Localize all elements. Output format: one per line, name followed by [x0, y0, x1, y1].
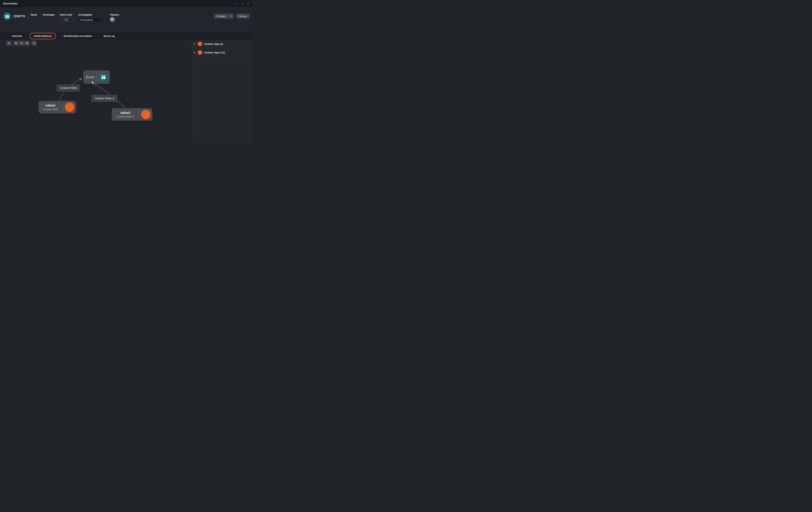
artifact-role: Custom Role: [43, 108, 58, 111]
refresh-icon: [7, 42, 10, 44]
node-divider: [97, 73, 97, 81]
window-icon: [33, 42, 35, 44]
tab-bar: Overview Artifact Behavior Event/Inciden…: [0, 32, 253, 40]
titlebar: Event Details – □ ×: [0, 0, 253, 7]
zoom-fit-button[interactable]: [24, 41, 30, 46]
artifact-node-text: value2 Custom Role 2: [112, 111, 139, 118]
chevron-down-icon: ▼: [230, 15, 232, 17]
artifact-type-icon: [65, 102, 74, 112]
calendar-alert-icon: [101, 75, 106, 80]
artifact-node-text: value1 Custom Role: [38, 103, 63, 111]
event-type-icon: [3, 12, 11, 20]
zoom-out-button[interactable]: [19, 41, 24, 46]
reset-view-button[interactable]: [6, 41, 12, 46]
artifact-type-icon: [141, 110, 150, 119]
calendar-alert-icon: [5, 14, 9, 19]
chevron-down-icon: ▼: [101, 19, 103, 21]
tactic-column: Tactic: [30, 12, 37, 16]
tab-event-log[interactable]: Event Log: [99, 33, 119, 39]
risk-level-label: Risk Level: [60, 13, 73, 16]
mouse-cursor: [91, 81, 95, 85]
node-divider: [139, 111, 139, 118]
artifact-value: value2: [120, 111, 130, 115]
investigator-value: (Unassigned): [80, 19, 93, 21]
viewers-label: Viewers: [110, 13, 119, 16]
graph-layer[interactable]: Event Custom Role Custom Role 2: [0, 47, 192, 144]
caret-right-icon[interactable]: ▶: [194, 52, 197, 54]
artifact-type-sidebar: ▶ Custom Type (1) ▶ Custom Type 2 (1): [192, 40, 253, 144]
zoom-in-icon: [14, 42, 18, 44]
graph-canvas[interactable]: Event Custom Role Custom Role 2: [0, 40, 192, 144]
sidebar-group-custom-type-2[interactable]: ▶ Custom Type 2 (1): [192, 48, 253, 57]
tab-event-incident-correlation[interactable]: Event/Incident Correlation: [60, 33, 96, 39]
sidebar-group-label: Custom Type 2 (1): [204, 51, 225, 54]
viewers-column: Viewers: [110, 12, 119, 22]
custom-type-icon: [198, 41, 202, 46]
investigator-select[interactable]: (Unassigned) ▼: [78, 18, 105, 22]
sidebar-group-label: Custom Type (1): [204, 42, 223, 45]
event-node-icon: [99, 73, 108, 82]
custom-type-icon: [198, 50, 202, 55]
technique-label: Technique: [42, 13, 55, 16]
graph-toolbar: [0, 40, 192, 47]
escalate-menu-button[interactable]: ▼: [229, 13, 234, 19]
risk-level-badge: N/A: [60, 18, 73, 22]
artifact-role: Custom Role 2: [117, 115, 134, 118]
event-header: 1959770 Tactic Technique Risk Level N/A …: [0, 7, 253, 32]
tactic-label: Tactic: [30, 13, 37, 16]
header-actions: Escalate ▼ Dismiss: [214, 12, 250, 19]
event-node-label: Event: [83, 75, 97, 79]
event-id: 1959770: [13, 14, 25, 18]
viewer-avatar: [110, 17, 115, 22]
zoom-fit-icon: [26, 42, 29, 44]
investigator-column: Investigator (Unassigned) ▼: [78, 12, 105, 22]
zoom-tool-group: [13, 41, 30, 46]
close-icon[interactable]: ×: [246, 1, 251, 6]
artifact-value: value1: [46, 103, 56, 107]
investigator-label: Investigator: [78, 13, 105, 16]
tab-overview[interactable]: Overview: [8, 33, 26, 39]
zoom-out-icon: [20, 42, 23, 44]
dismiss-button[interactable]: Dismiss: [236, 13, 250, 19]
artifact-node-value1[interactable]: value1 Custom Role: [38, 101, 76, 114]
minimap-toggle-button[interactable]: [31, 41, 37, 46]
technique-column: Technique: [42, 12, 55, 16]
risk-level-column: Risk Level N/A: [60, 12, 73, 22]
event-node[interactable]: Event: [83, 70, 110, 84]
edge-label-custom-role-2: Custom Role 2: [91, 95, 118, 102]
escalate-button[interactable]: Escalate: [214, 13, 228, 19]
maximize-icon[interactable]: □: [240, 1, 244, 6]
window-title: Event Details: [3, 2, 18, 5]
window-controls: – □ ×: [234, 1, 251, 6]
caret-right-icon[interactable]: ▶: [194, 43, 197, 45]
edge-label-custom-role: Custom Role: [57, 84, 80, 92]
minimize-icon[interactable]: –: [234, 1, 239, 6]
content: Event Custom Role Custom Role 2: [0, 40, 253, 144]
zoom-in-button[interactable]: [13, 41, 19, 46]
tab-artifact-behavior[interactable]: Artifact Behavior: [30, 33, 56, 39]
sidebar-group-custom-type[interactable]: ▶ Custom Type (1): [192, 40, 253, 48]
artifact-node-value2[interactable]: value2 Custom Role 2: [112, 108, 152, 121]
